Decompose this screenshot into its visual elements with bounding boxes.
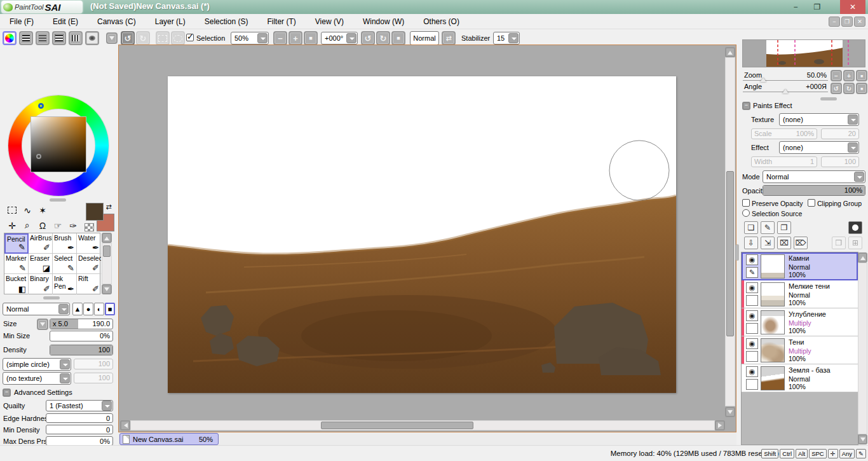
min-density-slider[interactable]: 0 — [46, 425, 113, 434]
shift-key-indicator[interactable]: Shift — [761, 449, 778, 458]
merge-down-button[interactable]: ⇩ — [744, 237, 758, 249]
selection-move-button[interactable] — [156, 31, 170, 45]
undo-button[interactable]: ↺ — [121, 31, 135, 45]
minimize-button[interactable]: − — [787, 2, 804, 12]
rotate-tool[interactable]: Ω — [35, 219, 50, 232]
selection-source-radio[interactable] — [742, 209, 750, 217]
child-close-button[interactable]: ✕ — [854, 17, 865, 27]
canvas-scroll-down[interactable] — [725, 407, 735, 417]
close-button[interactable]: ✕ — [840, 0, 865, 14]
tip-shape-flat[interactable]: ■ — [105, 303, 115, 315]
clipping-group-checkbox[interactable] — [808, 199, 815, 207]
layer-row-uglublenie[interactable]: ◉ Углубление Multiply 100% — [742, 308, 858, 336]
layer-visibility-toggle[interactable]: ◉ — [746, 282, 758, 293]
clear-layer-button[interactable]: ⌧ — [777, 237, 791, 249]
layer-row-zemlya-baza[interactable]: ◉ Земля - база Normal 100% — [742, 364, 858, 392]
child-restore-button[interactable]: ❐ — [841, 17, 853, 27]
brush-deselect[interactable]: Deselect✐ — [77, 254, 101, 274]
size-slider[interactable]: x 5.0 190.0 — [50, 319, 113, 329]
brush-inkpen[interactable]: Ink Pen✒ — [53, 274, 77, 294]
rotate-cw-button[interactable]: ↻ — [376, 31, 390, 45]
scratchpad-panel-button[interactable] — [85, 31, 99, 45]
tip-shape-round[interactable]: ● — [83, 303, 93, 315]
nav-zoom-in-button[interactable]: + — [843, 70, 855, 81]
paints-effect-collapse-button[interactable]: − — [742, 102, 750, 110]
magic-wand-tool[interactable]: ✶ — [35, 203, 50, 217]
brush-grid-scroll-thumb[interactable] — [103, 245, 111, 257]
paste-layer-button[interactable]: ❒ — [832, 237, 846, 249]
size-unit-dropdown[interactable] — [37, 319, 48, 330]
angle-reset-button[interactable]: ■ — [391, 31, 405, 45]
new-folder-button[interactable]: ❐ — [777, 221, 791, 234]
transfer-down-button[interactable]: ⇲ — [761, 237, 775, 249]
layers-scroll-down[interactable] — [858, 434, 867, 444]
preserve-opacity-checkbox[interactable] — [742, 199, 750, 207]
nav-rotate-ccw-button[interactable]: ↺ — [831, 83, 842, 94]
brush-marker[interactable]: Marker✎ — [4, 254, 29, 274]
canvas-scroll-right[interactable] — [715, 420, 725, 430]
menu-window[interactable]: Window (W) — [353, 17, 414, 26]
hand-tool[interactable]: ☞ — [50, 219, 65, 232]
paste-into-button[interactable]: ⊞ — [848, 237, 862, 249]
color-wheel[interactable] — [8, 95, 109, 196]
rect-select-tool[interactable] — [4, 203, 20, 217]
quality-combo[interactable]: 1 (Fastest) — [46, 400, 113, 411]
brush-select[interactable]: Select✎ — [53, 254, 77, 274]
redo-button[interactable]: ↻ — [136, 31, 150, 45]
nav-zoom-reset-button[interactable]: ■ — [856, 70, 867, 81]
brush-grid-scroll-down[interactable] — [102, 284, 112, 294]
view-normal-button[interactable]: Normal — [410, 31, 439, 45]
zoom-tool[interactable]: ⌕ — [20, 219, 35, 232]
transparent-color-button[interactable] — [85, 223, 94, 231]
nav-angle-reset-button[interactable]: ■ — [856, 83, 867, 94]
eyedropper-tool[interactable]: ✑ — [65, 219, 81, 232]
document-tab[interactable]: New Canvas.sai 50% — [119, 433, 219, 445]
zoom-out-button[interactable]: − — [273, 31, 287, 45]
menu-canvas[interactable]: Canvas (C) — [88, 17, 146, 26]
layer-visibility-toggle[interactable]: ◉ — [746, 366, 758, 377]
ctrl-key-indicator[interactable]: Ctrl — [780, 449, 794, 458]
toolbar-dropdown-button[interactable] — [106, 32, 118, 44]
effect-combo[interactable]: (none) — [779, 141, 859, 154]
layer-visibility-toggle[interactable]: ◉ — [746, 254, 758, 265]
saturation-value-square[interactable] — [31, 116, 86, 172]
nav-zoom-slider-handle[interactable] — [760, 74, 766, 82]
texture-combo[interactable]: (none) — [779, 113, 859, 126]
layers-scroll-up[interactable] — [858, 252, 867, 263]
color-panel-collapse-handle[interactable] — [50, 198, 66, 202]
brush-grid-resize-handle[interactable] — [43, 296, 60, 299]
zoom-in-button[interactable]: + — [288, 31, 302, 45]
zoom-reset-button[interactable]: ■ — [304, 31, 318, 45]
nav-zoom-out-button[interactable]: − — [831, 70, 842, 81]
pen-input-icon[interactable]: ✎ — [856, 449, 866, 458]
layer-row-kamni[interactable]: ◉ ✎ Камни Normal 100% — [742, 252, 858, 280]
navigator-thumbnail[interactable] — [742, 39, 865, 67]
menu-others[interactable]: Others (O) — [414, 17, 469, 26]
layer-mask-button[interactable] — [848, 221, 862, 234]
sv-marker[interactable] — [36, 154, 41, 159]
hsv-slider-panel-button[interactable] — [36, 31, 50, 45]
menu-selection[interactable]: Selection (S) — [195, 17, 258, 26]
menu-edit[interactable]: Edit (E) — [43, 17, 88, 26]
swap-colors-button[interactable]: ⇄ — [104, 200, 114, 214]
layer-row-teni[interactable]: ◉ Тени Multiply 100% — [742, 336, 858, 364]
edge-hardness-slider[interactable]: 0 — [46, 413, 113, 423]
advanced-settings-collapse-button[interactable]: − — [3, 389, 11, 397]
brush-pencil[interactable]: Pencil✎ — [4, 233, 29, 254]
zoom-combo[interactable]: 50% — [231, 32, 269, 45]
layer-row-melkie-teni[interactable]: ◉ Мелкие тени Normal 100% — [742, 280, 858, 308]
brush-airbrush[interactable]: AirBrush✐ — [29, 233, 53, 254]
swatches-panel-button[interactable] — [52, 31, 66, 45]
menu-filter[interactable]: Filter (T) — [257, 17, 305, 26]
brush-grid-scroll-up[interactable] — [102, 233, 112, 243]
brush-rift[interactable]: Rift✐ — [77, 274, 101, 294]
menu-view[interactable]: View (V) — [306, 17, 353, 26]
nav-rotate-cw-button[interactable]: ↻ — [843, 83, 855, 94]
rotate-ccw-button[interactable]: ↺ — [361, 31, 375, 45]
density-slider[interactable]: 100 — [50, 345, 113, 355]
move-tool[interactable]: ✛ — [4, 219, 20, 232]
delete-layer-button[interactable]: ⌦ — [794, 237, 808, 249]
tip-shape-dome[interactable]: ◐ — [94, 303, 104, 315]
brush-brush[interactable]: Brush✒ — [53, 233, 77, 254]
brush-blend-combo[interactable]: Normal — [3, 303, 70, 315]
